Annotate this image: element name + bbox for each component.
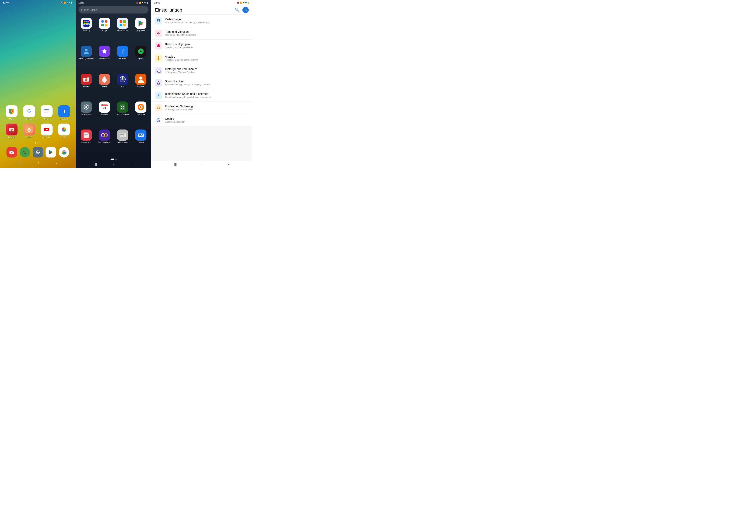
- drawer-app-gamelauncher[interactable]: Game Launcher: [95, 128, 114, 156]
- drawer-app-einstellungen[interactable]: Einstellungen: [77, 100, 95, 128]
- svg-point-162: [158, 83, 159, 84]
- svg-rect-26: [10, 151, 14, 154]
- svg-point-31: [37, 152, 39, 153]
- svg-rect-33: [38, 153, 38, 154]
- dot-1: [35, 142, 36, 143]
- chrome-icon: [59, 147, 69, 158]
- svg-rect-55: [86, 21, 87, 22]
- nav-home-drawer[interactable]: ○: [113, 163, 115, 166]
- home-app-facebook[interactable]: f Facebook: [55, 104, 73, 122]
- drawer-app-playstore[interactable]: Play Store: [132, 16, 150, 44]
- home-app-google[interactable]: G Google: [20, 104, 38, 122]
- maps-icon-wrap: [6, 105, 17, 117]
- dock-chrome[interactable]: [59, 147, 69, 158]
- google-icon-wrap: G: [23, 105, 35, 117]
- nav-recents-settings[interactable]: |||: [174, 163, 177, 166]
- drawer-app-uhr[interactable]: Uhr: [114, 72, 132, 100]
- verbindungen-text: Verbindungen WLAN, Bluetooth, Datennutzu…: [165, 18, 249, 24]
- home-app-maps[interactable]: Maps: [3, 104, 20, 122]
- settings-item-verbindungen[interactable]: Verbindungen WLAN, Bluetooth, Datennutzu…: [151, 15, 252, 27]
- dock-mail[interactable]: [7, 147, 17, 158]
- dock-phone[interactable]: 📞: [20, 147, 30, 158]
- google-settings-icon: [155, 116, 162, 124]
- search-settings-icon[interactable]: 🔍: [235, 8, 240, 12]
- svg-point-98: [85, 106, 87, 108]
- svg-text:20: 20: [103, 107, 106, 110]
- drawer-app-smembers[interactable]: Samsung Members: [77, 44, 95, 72]
- drawer-app-kalender[interactable]: 20 Kalender: [95, 100, 114, 128]
- drawer-app-msapps[interactable]: Microsoft Apps: [114, 16, 132, 44]
- home-app-googlephotos[interactable]: Google: [55, 122, 73, 140]
- drawer-app-google[interactable]: Google: [95, 16, 114, 44]
- googleapps-label: Google: [102, 30, 107, 32]
- accounts-settings-icon: [155, 104, 162, 112]
- home-app-galerie[interactable]: Galerie: [20, 122, 38, 140]
- settings-item-anzeige[interactable]: Anzeige Helligkeit, Blaufilter, Startbil…: [151, 52, 252, 64]
- drawer-app-samsung[interactable]: SAMSUNG Samsung: [77, 16, 95, 44]
- mute-icon: 🔇: [60, 2, 63, 4]
- nav-recents-drawer[interactable]: |||: [94, 163, 97, 166]
- galerie2-icon: [99, 74, 110, 85]
- settings-item-toene[interactable]: Töne und Vibration Tonmodus, Klingelton,…: [151, 27, 252, 39]
- svg-point-85: [85, 79, 87, 81]
- nav-bar-settings: ||| ○ ‹: [151, 161, 252, 168]
- settings-item-google[interactable]: Google Google-Einstellungen: [151, 114, 252, 127]
- finder-search-bar[interactable]: Finder-Suche ⋮: [78, 6, 148, 13]
- dock-settings[interactable]: [33, 147, 43, 158]
- drawer-app-spotify[interactable]: Spotify: [132, 44, 150, 72]
- wallpaper-settings-icon: [155, 67, 162, 74]
- settings-item-lockscreen[interactable]: Sperrbildschirm Sperrbildschirmtyp, Alwa…: [151, 77, 252, 89]
- app-drawer-grid: SAMSUNG Samsung: [76, 15, 151, 158]
- drawer-app-gboard[interactable]: Gboard: [132, 128, 150, 156]
- svg-text:📞: 📞: [23, 151, 27, 154]
- svg-text:G: G: [27, 108, 31, 114]
- nav-back-settings[interactable]: ‹: [228, 163, 229, 166]
- msapps-label: Microsoft Apps: [117, 30, 128, 32]
- drawer-app-smsservices[interactable]: SMS Services: [114, 128, 132, 156]
- drawer-app-facebook[interactable]: f Facebook: [114, 44, 132, 72]
- svg-rect-66: [120, 20, 122, 23]
- svg-rect-32: [38, 150, 38, 151]
- search-more-icon[interactable]: ⋮: [143, 8, 146, 12]
- playstore-label-d: Play Store: [137, 30, 145, 32]
- google-settings-title: Google: [165, 117, 249, 120]
- gamelauncher-label: Game Launcher: [98, 141, 111, 143]
- svg-point-117: [123, 107, 124, 108]
- drawer-app-galaxystore[interactable]: Galaxy Store: [95, 44, 114, 72]
- nav-home-settings[interactable]: ○: [202, 163, 203, 166]
- drawer-dot-2: [116, 159, 117, 160]
- panel-home: 12:49 🔇 📶 51%🔋 Maps: [0, 0, 76, 168]
- svg-rect-100: [86, 109, 87, 110]
- svg-rect-140: [122, 134, 124, 135]
- nav-recents-home[interactable]: |||: [19, 161, 21, 165]
- settings-item-wallpaper[interactable]: Hintergründe und Themes Hintergründe, Th…: [151, 64, 252, 77]
- svg-point-17: [11, 129, 12, 131]
- svg-point-136: [106, 135, 106, 136]
- home-app-news[interactable]: News: [38, 104, 55, 122]
- kontakte-icon: [135, 74, 147, 85]
- settings-item-benachrichtigungen[interactable]: Benachrichtigungen Sperren, zulassen, pr…: [151, 39, 252, 52]
- home-app-kamera[interactable]: Kamera: [3, 122, 20, 140]
- nav-home-home[interactable]: ○: [38, 161, 40, 165]
- drawer-app-snotes[interactable]: Samsung Notes: [77, 128, 95, 156]
- status-bar-home: 12:49 🔇 📶 51%🔋: [0, 0, 76, 5]
- drawer-app-taschenrechner[interactable]: Taschenrechner: [114, 100, 132, 128]
- nav-back-drawer[interactable]: ‹: [132, 163, 133, 166]
- drawer-app-playmusik[interactable]: Play Musik: [132, 100, 150, 128]
- home-app-youtube[interactable]: YouTube: [38, 122, 55, 140]
- drawer-app-kamera[interactable]: Kamera: [77, 72, 95, 100]
- drawer-app-galerie[interactable]: Galerie: [95, 72, 114, 100]
- svg-line-157: [157, 59, 157, 60]
- galaxystore-label: Galaxy Store: [99, 58, 109, 60]
- anzeige-subtitle: Helligkeit, Blaufilter, Startbildschirm: [165, 59, 249, 61]
- nav-back-home[interactable]: ‹: [56, 161, 57, 165]
- kamera-icon-wrap: [6, 124, 17, 136]
- settings-item-biometric[interactable]: Biometrische Daten und Sicherheit Gesich…: [151, 89, 252, 102]
- biometric-subtitle: Gesichtserkennung, Fingerabdrücke, Daten…: [165, 96, 249, 98]
- google-text: Google Google-Einstellungen: [165, 117, 249, 123]
- settings-item-accounts[interactable]: Konten und Sicherung Samsung Cloud, Smar…: [151, 102, 252, 114]
- biometric-settings-icon: [155, 92, 162, 99]
- dock-playstore[interactable]: [45, 147, 56, 158]
- user-avatar[interactable]: S: [242, 7, 249, 13]
- drawer-app-kontakte[interactable]: Kontakte: [132, 72, 150, 100]
